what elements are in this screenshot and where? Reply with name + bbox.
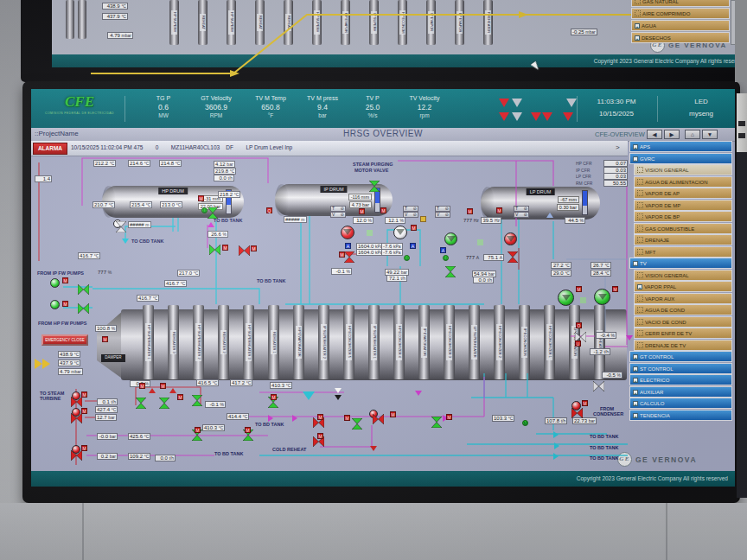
sidebar-item-agua-de-cond[interactable]: AGUA DE COND: [634, 304, 732, 315]
nav-prev-button[interactable]: ◀: [647, 130, 662, 139]
valve-icon[interactable]: [71, 413, 82, 423]
pump-icon[interactable]: [50, 278, 60, 288]
valve-icon[interactable]: [445, 266, 456, 277]
sidebar-item-drenaje-de-tv[interactable]: DRENAJE DE TV: [634, 340, 732, 351]
sidebar-item-gt-control[interactable]: +GT CONTROL: [629, 351, 732, 362]
sidebar-item-label: VACIO DE COND: [645, 320, 686, 325]
sidebar-item-gvrc[interactable]: −GVRC: [629, 153, 732, 164]
sidebar-item-drenaje[interactable]: DRENAJE: [634, 234, 732, 245]
t-control-button[interactable]: T⊘: [435, 206, 450, 212]
sidebar-item-vacio-de-cond[interactable]: VACIO DE COND: [634, 316, 732, 328]
sidebar-item-tv[interactable]: −TV: [629, 258, 732, 269]
t-control-button[interactable]: T⊘: [330, 206, 346, 212]
pump-icon[interactable]: [504, 232, 517, 245]
valve-icon[interactable]: [78, 303, 89, 314]
metric-label: TV M Temp: [246, 95, 296, 101]
emergency-close-button[interactable]: EMERGENCY CLOSE: [42, 334, 88, 346]
valve-icon[interactable]: [508, 251, 518, 263]
sidebar-item-label: ST CONTROL: [640, 366, 674, 372]
sidebar-item-auxiliar[interactable]: +AUXILIAR: [629, 386, 732, 398]
sidebar-item-gas-combustible[interactable]: GAS COMBUSTIBLE: [634, 223, 732, 234]
pump-icon[interactable]: [594, 289, 610, 305]
valve-icon[interactable]: [192, 395, 202, 406]
top-sidebar-item-gas-natural[interactable]: GAS NATURAL: [631, 0, 730, 7]
valve-icon[interactable]: [369, 181, 380, 192]
pump-icon[interactable]: [393, 226, 407, 239]
valve-icon[interactable]: [431, 417, 442, 428]
valve-icon[interactable]: [243, 430, 253, 441]
v-control-button[interactable]: V⊘: [514, 212, 529, 218]
valve-icon[interactable]: [593, 381, 604, 391]
pump-icon[interactable]: [341, 226, 354, 239]
sidebar-item-cerr-enfr-de-tv[interactable]: CERR ENFR DE TV: [634, 328, 732, 339]
top-sidebar-item-desechos[interactable]: +DESECHOS: [631, 32, 730, 43]
valve-icon[interactable]: [373, 414, 384, 424]
metric-tv-p: TV P25.0%/s: [348, 95, 398, 118]
time-text: 11:03:30 PM: [584, 96, 648, 108]
valve-icon[interactable]: [313, 436, 324, 447]
pump-icon[interactable]: [558, 290, 574, 306]
v-control-button[interactable]: V⊘: [435, 212, 450, 218]
tv-control-pair[interactable]: T⊘V⊘: [330, 206, 346, 218]
nav-filter-button[interactable]: ▼: [702, 130, 718, 139]
valve-icon[interactable]: [575, 332, 586, 342]
sidebar-item-vapor-de-bp[interactable]: VAPOR DE BP: [634, 211, 732, 222]
leaf-dot-icon: [637, 272, 643, 278]
pump-icon[interactable]: [444, 232, 457, 245]
top-sidebar-item-aire-comprimido[interactable]: AIRE COMPRIMIDO: [631, 8, 730, 19]
alarm-banner[interactable]: ALARMA 10/15/2025 11:02:04 PM 475 0 MZ11…: [31, 141, 628, 156]
monitor-button[interactable]: [738, 133, 745, 138]
sidebar-item-vision-general[interactable]: VISION GENERAL: [634, 164, 732, 175]
sidebar-item-vapor-ppal[interactable]: +VAPOR PPAL: [634, 281, 732, 292]
expand-plus-icon: +: [633, 144, 638, 150]
valve-icon[interactable]: [78, 284, 89, 295]
tv-control-pair[interactable]: T⊘V⊘: [403, 206, 418, 218]
sidebar-item-aps[interactable]: +APS: [629, 141, 732, 152]
sidebar-item-vapor-aux[interactable]: VAPOR AUX: [634, 293, 732, 304]
sidebar-item-agua-de-alimentacion[interactable]: AGUA DE ALIMENTACION: [634, 176, 732, 188]
valve-icon[interactable]: [571, 408, 583, 418]
valve-icon[interactable]: [71, 450, 82, 461]
monitor-button[interactable]: [738, 121, 745, 126]
valve-icon[interactable]: [116, 221, 126, 232]
valve-icon[interactable]: [344, 251, 354, 263]
sidebar-item-vision-general[interactable]: VISION GENERAL: [634, 270, 732, 281]
nav-home-button[interactable]: ⌂: [685, 130, 700, 139]
sidebar-item-vapor-de-ap[interactable]: VAPOR DE AP: [634, 188, 732, 199]
alarm-more-button[interactable]: >: [616, 143, 620, 151]
valve-icon[interactable]: [209, 245, 220, 255]
expand-plus-icon: +: [635, 35, 640, 41]
metric-tv-m-press: TV M press9.4bar: [297, 95, 348, 118]
metric-unit: bar: [297, 112, 348, 118]
sidebar-item-mft[interactable]: MFT: [634, 246, 732, 258]
sidebar-item-vapor-de-mp[interactable]: VAPOR DE MP: [634, 200, 732, 211]
valve-icon[interactable]: [136, 398, 146, 409]
metric-unit: RPM: [191, 112, 241, 118]
sidebar-item-electrico[interactable]: +ELECTRICO: [629, 374, 732, 385]
sidebar-item-tendencia[interactable]: +TENDENCIA: [629, 410, 732, 421]
valve-icon[interactable]: [239, 245, 250, 256]
tv-control-pair[interactable]: T⊘V⊘: [514, 206, 529, 218]
tv-control-pair[interactable]: T⊘V⊘: [435, 206, 450, 218]
top-sidebar-item-agua[interactable]: +AGUA: [631, 20, 730, 31]
t-control-button[interactable]: T⊘: [514, 206, 529, 212]
valve-icon[interactable]: [352, 418, 362, 430]
sidebar-item-label: AGUA DE ALIMENTACION: [645, 180, 708, 185]
alarm-flag-icon-silver: [566, 99, 577, 107]
t-control-button[interactable]: T⊘: [403, 206, 418, 212]
v-control-button[interactable]: V⊘: [403, 212, 418, 218]
valve-icon[interactable]: [268, 397, 278, 408]
v-control-button[interactable]: V⊘: [330, 212, 346, 218]
sidebar-item-calculo[interactable]: +CALCULO: [629, 398, 732, 409]
valve-icon[interactable]: [313, 417, 324, 428]
valve-icon[interactable]: [159, 398, 169, 409]
pump-icon[interactable]: [50, 300, 60, 309]
valve-icon[interactable]: [208, 207, 218, 219]
sidebar-item-st-control[interactable]: +ST CONTROL: [629, 363, 732, 374]
leaf-dot-icon: [637, 179, 643, 185]
valve-icon[interactable]: [192, 430, 202, 441]
valve-icon[interactable]: [71, 397, 82, 407]
nav-next-button[interactable]: ▶: [664, 130, 680, 139]
metric-label: TV Velocity: [399, 95, 450, 101]
top-copyright-bar: Copyright 2023 General Electric Company …: [52, 54, 747, 67]
